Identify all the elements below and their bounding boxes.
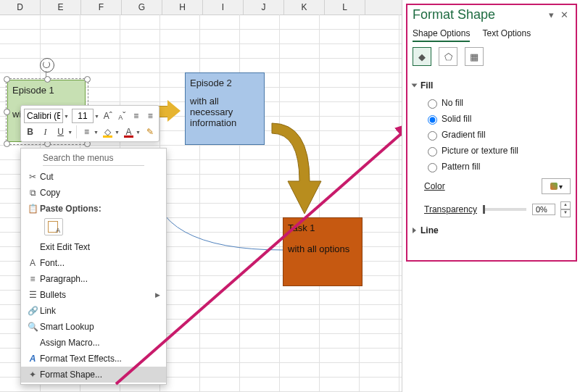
dropdown-icon[interactable]: ▼ (67, 130, 72, 135)
scissors-icon: ✂ (25, 172, 40, 182)
italic-button[interactable]: I (39, 125, 51, 138)
column-headers: D E F G H I J K L (0, 0, 402, 15)
paste-keep-text-button[interactable] (44, 218, 63, 235)
shape-task1[interactable]: Task 1 with all options (283, 217, 362, 286)
colhead[interactable]: L (325, 0, 365, 14)
text-effects-icon: A (25, 354, 40, 364)
effects-category-icon[interactable]: ⬠ (439, 47, 457, 66)
solid-fill-option[interactable]: Solid fill (413, 111, 571, 127)
font-color-button[interactable]: A (123, 125, 135, 138)
tab-text-options[interactable]: Text Options (483, 28, 531, 38)
lookup-icon: 🔍 (25, 322, 40, 332)
shrink-font-button[interactable]: Aˇ (116, 109, 128, 122)
colhead[interactable]: I (203, 0, 244, 14)
increase-indent-button[interactable]: ≡ (144, 109, 156, 122)
colhead[interactable]: D (0, 0, 41, 14)
colhead[interactable]: K (284, 0, 325, 14)
menu-format-shape[interactable]: ✦Format Shape... (21, 367, 166, 383)
fill-line-category-icon[interactable]: ◆ (413, 47, 431, 66)
transparency-slider[interactable] (483, 208, 526, 211)
no-fill-option[interactable]: No fill (413, 95, 571, 111)
fill-section-header[interactable]: Fill (413, 80, 571, 91)
menu-copy[interactable]: ⧉Copy (21, 185, 166, 201)
transparency-value[interactable]: 0% (532, 204, 555, 215)
shape-title: Episode 2 (190, 78, 260, 88)
fill-color-button[interactable]: ◇ (102, 125, 114, 138)
tab-shape-options[interactable]: Shape Options (413, 28, 470, 42)
colhead[interactable]: E (41, 0, 81, 14)
colhead[interactable]: G (122, 0, 162, 14)
paragraph-icon: ≡ (25, 274, 40, 284)
menu-exit-edit-text[interactable]: Exit Edit Text (21, 239, 166, 255)
font-name-input[interactable] (24, 109, 63, 123)
menu-smart-lookup[interactable]: 🔍Smart Lookup (21, 319, 166, 335)
dropdown-icon[interactable]: ▼ (64, 114, 69, 119)
menu-search[interactable]: Search the menus (43, 153, 144, 166)
transparency-label: Transparency (424, 204, 477, 214)
paste-icon: 📋 (25, 204, 40, 214)
dropdown-icon[interactable]: ▼ (94, 114, 99, 119)
format-shape-panel: Format Shape ▾ ✕ Shape Options Text Opti… (402, 0, 580, 392)
dropdown-icon[interactable]: ▼ (94, 130, 99, 135)
line-section-header[interactable]: Line (413, 225, 571, 235)
colhead[interactable]: H (162, 0, 203, 14)
panel-title: Format Shape (413, 7, 495, 22)
dropdown-icon[interactable]: ▼ (136, 130, 141, 135)
menu-assign-macro[interactable]: Assign Macro... (21, 335, 166, 351)
picture-fill-option[interactable]: Picture or texture fill (413, 143, 571, 159)
shape-body: necessary (190, 107, 260, 117)
size-category-icon[interactable]: ▦ (465, 47, 484, 66)
dropdown-icon[interactable]: ▼ (115, 130, 120, 135)
link-icon: 🔗 (25, 306, 40, 316)
color-label: Color (424, 181, 536, 191)
shape-body: information (190, 117, 260, 128)
menu-format-text-effects[interactable]: AFormat Text Effects... (21, 351, 166, 367)
shape-body: with all (190, 96, 260, 107)
resize-handle[interactable] (44, 76, 51, 83)
bullets-icon: ☰ (25, 290, 40, 300)
format-painter-button[interactable]: ✎ (144, 125, 156, 138)
decrease-indent-button[interactable]: ≡ (130, 109, 142, 122)
curved-connector[interactable] (145, 170, 290, 257)
gradient-fill-option[interactable]: Gradient fill (413, 127, 571, 143)
spinner[interactable]: ▲▼ (560, 201, 571, 217)
menu-paragraph[interactable]: ≡Paragraph... (21, 271, 166, 287)
resize-handle[interactable] (4, 109, 10, 115)
fill-color-picker[interactable]: ▾ (542, 178, 571, 194)
underline-button[interactable]: U (54, 125, 67, 138)
resize-handle[interactable] (4, 141, 10, 147)
mini-toolbar: ▼ ▼ Aˆ Aˇ ≡ ≡ B I U▼ ≡▼ ◇▼ A▼ ✎ (20, 105, 160, 142)
menu-cut[interactable]: ✂Cut (21, 169, 166, 185)
copy-icon: ⧉ (25, 188, 40, 198)
resize-handle[interactable] (84, 76, 91, 83)
menu-font[interactable]: AFont... (21, 255, 166, 271)
close-icon[interactable]: ✕ (558, 9, 571, 20)
submenu-arrow-icon: ▶ (155, 291, 160, 299)
font-icon: A (25, 258, 40, 268)
resize-handle[interactable] (4, 76, 10, 83)
shape-body: with all options (288, 243, 357, 254)
panel-options-icon[interactable]: ▾ (544, 9, 558, 20)
menu-bullets[interactable]: ☰Bullets▶ (21, 287, 166, 303)
colhead[interactable]: J (244, 0, 284, 14)
rotation-handle-icon[interactable] (40, 58, 54, 72)
menu-paste-options: 📋Paste Options: (21, 201, 166, 217)
format-shape-icon: ✦ (25, 370, 40, 380)
bold-button[interactable]: B (24, 125, 36, 138)
menu-link[interactable]: 🔗Link (21, 303, 166, 319)
pattern-fill-option[interactable]: Pattern fill (413, 159, 571, 175)
context-menu: Search the menus ✂Cut ⧉Copy 📋Paste Optio… (20, 148, 167, 385)
grow-font-button[interactable]: Aˆ (102, 109, 114, 122)
colhead[interactable]: F (81, 0, 122, 14)
align-button[interactable]: ≡ (80, 125, 93, 138)
shape-episode2[interactable]: Episode 2 with all necessary information (185, 72, 265, 145)
worksheet-area[interactable]: D E F G H I J K L Episode 1 wi Episode 2… (0, 0, 402, 392)
font-size-input[interactable] (72, 109, 94, 123)
